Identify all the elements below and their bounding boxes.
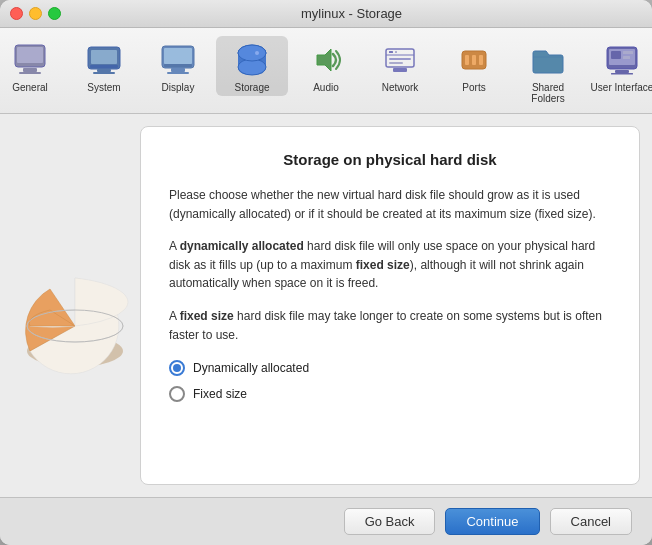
toolbar-item-shared[interactable]: Shared Folders — [512, 36, 584, 107]
svg-rect-7 — [97, 69, 111, 72]
titlebar: mylinux - Storage — [0, 0, 652, 28]
ports-label: Ports — [462, 82, 485, 93]
maximize-button[interactable] — [48, 7, 61, 20]
ui-icon — [602, 40, 642, 80]
panel-desc-3: A fixed size hard disk file may take lon… — [169, 307, 611, 344]
svg-point-17 — [255, 51, 259, 55]
general-label: General — [12, 82, 48, 93]
continue-button[interactable]: Continue — [445, 508, 539, 535]
display-icon — [158, 40, 198, 80]
svg-rect-5 — [91, 50, 117, 64]
svg-rect-32 — [611, 51, 621, 59]
svg-rect-8 — [93, 72, 115, 74]
svg-rect-22 — [395, 51, 397, 53]
shared-icon — [528, 40, 568, 80]
toolbar-item-display[interactable]: Display — [142, 36, 214, 96]
close-button[interactable] — [10, 7, 23, 20]
panel-desc-2: A dynamically allocated hard disk file w… — [169, 237, 611, 293]
svg-rect-13 — [167, 72, 189, 74]
svg-point-16 — [238, 45, 266, 61]
svg-rect-27 — [465, 55, 469, 65]
minimize-button[interactable] — [29, 7, 42, 20]
toolbar: General System — [0, 28, 652, 114]
svg-rect-29 — [479, 55, 483, 65]
content-area: Storage on physical hard disk Please cho… — [0, 114, 652, 497]
toolbar-item-general[interactable]: General — [0, 36, 66, 96]
pie-container — [0, 114, 140, 497]
toolbar-item-system[interactable]: System — [68, 36, 140, 96]
panel-desc3-bold: fixed size — [180, 309, 234, 323]
radio-group: Dynamically allocated Fixed size — [169, 360, 611, 402]
svg-rect-1 — [17, 47, 43, 63]
radio-item-fixed[interactable]: Fixed size — [169, 386, 611, 402]
audio-label: Audio — [313, 82, 339, 93]
svg-rect-33 — [623, 51, 633, 54]
svg-rect-10 — [164, 48, 192, 64]
cancel-button[interactable]: Cancel — [550, 508, 632, 535]
radio-dynamic-label: Dynamically allocated — [193, 361, 309, 375]
panel-desc2-bold1: dynamically allocated — [180, 239, 304, 253]
display-label: Display — [162, 82, 195, 93]
go-back-button[interactable]: Go Back — [344, 508, 436, 535]
storage-label: Storage — [234, 82, 269, 93]
system-label: System — [87, 82, 120, 93]
pie-chart — [20, 206, 130, 406]
svg-rect-21 — [389, 51, 393, 53]
ports-icon — [454, 40, 494, 80]
svg-rect-24 — [389, 62, 403, 64]
svg-rect-36 — [611, 73, 633, 75]
svg-marker-18 — [317, 49, 331, 71]
panel-title: Storage on physical hard disk — [169, 151, 611, 168]
radio-fixed-label: Fixed size — [193, 387, 247, 401]
window-title: mylinux - Storage — [61, 6, 642, 21]
footer: Go Back Continue Cancel — [0, 497, 652, 545]
svg-rect-23 — [389, 58, 411, 60]
svg-rect-28 — [472, 55, 476, 65]
svg-rect-34 — [623, 56, 630, 59]
audio-icon — [306, 40, 346, 80]
svg-rect-12 — [171, 68, 185, 72]
system-icon — [84, 40, 124, 80]
traffic-lights — [10, 7, 61, 20]
svg-rect-2 — [23, 68, 37, 72]
general-icon — [10, 40, 50, 80]
radio-dynamic-dot — [173, 364, 181, 372]
panel-desc-1: Please choose whether the new virtual ha… — [169, 186, 611, 223]
svg-rect-3 — [19, 72, 41, 74]
toolbar-item-ports[interactable]: Ports — [438, 36, 510, 96]
svg-rect-35 — [615, 70, 629, 73]
toolbar-item-network[interactable]: Network — [364, 36, 436, 96]
svg-rect-25 — [393, 68, 407, 72]
storage-icon — [232, 40, 272, 80]
main-panel: Storage on physical hard disk Please cho… — [140, 126, 640, 485]
ui-label: User Interface — [591, 82, 652, 93]
radio-dynamic[interactable] — [169, 360, 185, 376]
radio-fixed[interactable] — [169, 386, 185, 402]
network-label: Network — [382, 82, 419, 93]
svg-rect-6 — [90, 65, 118, 68]
toolbar-item-ui[interactable]: User Interface — [586, 36, 652, 96]
svg-rect-11 — [164, 64, 192, 67]
toolbar-items: General System — [0, 36, 652, 107]
window: mylinux - Storage General — [0, 0, 652, 545]
panel-desc2-bold2: fixed size — [356, 258, 410, 272]
radio-item-dynamic[interactable]: Dynamically allocated — [169, 360, 611, 376]
toolbar-item-storage[interactable]: Storage — [216, 36, 288, 96]
network-icon — [380, 40, 420, 80]
toolbar-item-audio[interactable]: Audio — [290, 36, 362, 96]
shared-label: Shared Folders — [516, 82, 580, 104]
